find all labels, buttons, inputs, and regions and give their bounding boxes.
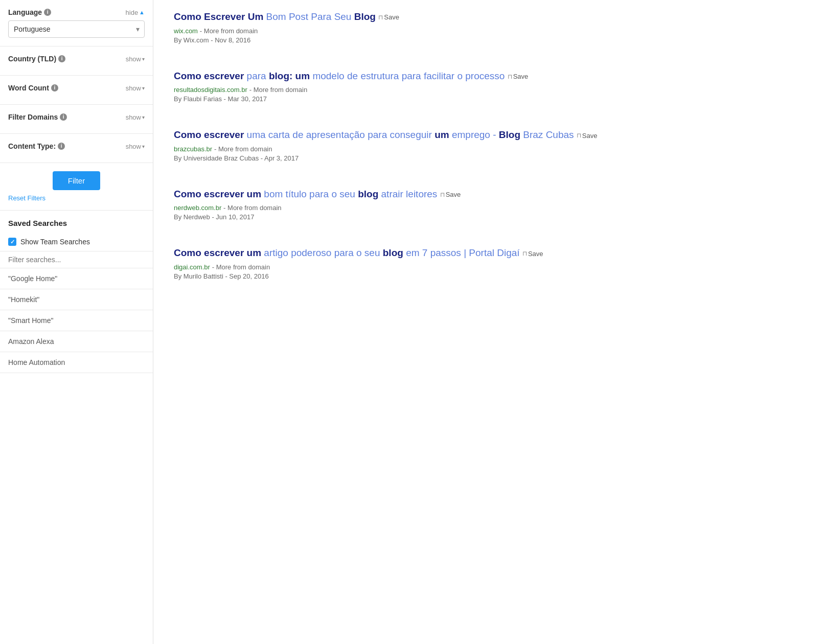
save-label: Save <box>582 132 598 140</box>
save-label: Save <box>528 250 543 258</box>
saved-searches-section: Saved Searches Show Team Searches "Googl… <box>0 211 153 373</box>
word-count-label: Word Count <box>8 84 49 92</box>
result-title: Como escrever para blog: um modelo de es… <box>174 70 803 83</box>
hide-arrow-icon: ▲ <box>139 9 145 15</box>
result-domain-link[interactable]: digai.com.br <box>174 263 210 271</box>
show-team-checkbox[interactable] <box>8 238 16 246</box>
saved-search-item[interactable]: "Homekit" <box>0 289 153 310</box>
result-domain-link[interactable]: resultadosdigitais.com.br <box>174 86 247 94</box>
saved-item-label: Amazon Alexa <box>8 337 54 346</box>
result-domain-link[interactable]: nerdweb.com.br <box>174 204 221 212</box>
word-count-show-label: show <box>126 84 141 92</box>
result-domain-row: nerdweb.com.br - More from domain <box>174 203 803 212</box>
result-title-normal: bom título para o seu <box>264 189 358 199</box>
result-separator: - <box>212 263 216 271</box>
country-info-icon[interactable]: i <box>58 55 65 62</box>
save-button[interactable]: ⊓ Save <box>577 132 598 140</box>
more-from-domain-link[interactable]: More from domain <box>227 204 281 212</box>
saved-search-item[interactable]: Amazon Alexa <box>0 331 153 352</box>
result-separator: - <box>200 27 204 35</box>
save-button[interactable]: ⊓ Save <box>378 13 399 21</box>
country-arrow-icon: ▾ <box>142 56 145 62</box>
result-title-bold: blog: um <box>269 71 310 81</box>
filter-domains-label: Filter Domains <box>8 113 58 121</box>
language-info-icon[interactable]: i <box>44 9 51 16</box>
result-title-bold: blog <box>358 189 378 199</box>
language-hide-btn[interactable]: hide ▲ <box>126 9 145 16</box>
language-select[interactable]: Portuguese English Spanish <box>8 20 145 38</box>
result-domain-row: digai.com.br - More from domain <box>174 263 803 271</box>
result-title-bold: Como escrever um <box>174 189 261 199</box>
save-button[interactable]: ⊓ Save <box>508 73 529 80</box>
content-type-show-label: show <box>126 143 141 150</box>
result-title: Como escrever um artigo poderoso para o … <box>174 246 803 260</box>
filter-domains-title: Filter Domains i <box>8 113 67 121</box>
saved-item-label: Home Automation <box>8 358 65 366</box>
more-from-domain-link[interactable]: More from domain <box>218 145 272 153</box>
saved-item-label: "Smart Home" <box>8 316 54 325</box>
save-label: Save <box>446 191 461 198</box>
result-title: Como escrever uma carta de apresentação … <box>174 128 803 142</box>
filter-domains-info-icon[interactable]: i <box>60 113 67 121</box>
result-title-normal: Bom Post Para Seu <box>266 11 354 22</box>
content-type-info-icon[interactable]: i <box>58 143 65 150</box>
reset-filters-button[interactable]: Reset Filters <box>8 194 45 202</box>
more-from-domain-link[interactable]: More from domain <box>216 263 270 271</box>
bookmark-icon: ⊓ <box>378 14 383 21</box>
result-domain-link[interactable]: wix.com <box>174 27 198 35</box>
save-button[interactable]: ⊓ Save <box>440 191 461 198</box>
country-label: Country (TLD) <box>8 55 56 63</box>
result-title-normal: artigo poderoso para o seu <box>264 247 382 258</box>
filter-domains-section: Filter Domains i show ▾ <box>0 105 153 134</box>
saved-search-item[interactable]: "Google Home" <box>0 268 153 289</box>
result-title: Como escrever um bom título para o seu b… <box>174 188 803 201</box>
save-label: Save <box>384 13 399 21</box>
result-item: Como escrever um artigo poderoso para o … <box>174 246 803 290</box>
result-domain-row: resultadosdigitais.com.br - More from do… <box>174 85 803 94</box>
result-title-bold: um <box>435 129 449 140</box>
result-item: Como escrever para blog: um modelo de es… <box>174 70 803 113</box>
more-from-domain-link[interactable]: More from domain <box>254 86 307 94</box>
result-title-normal: modelo de estrutura para facilitar o pro… <box>312 71 505 81</box>
show-team-label: Show Team Searches <box>20 238 90 246</box>
word-count-section: Word Count i show ▾ <box>0 76 153 105</box>
result-item: Como escrever um bom título para o seu b… <box>174 188 803 232</box>
result-domain-row: brazcubas.br - More from domain <box>174 145 803 153</box>
bookmark-icon: ⊓ <box>508 73 512 80</box>
filter-button[interactable]: Filter <box>53 171 100 190</box>
saved-search-item[interactable]: "Smart Home" <box>0 310 153 331</box>
result-title-bold: Blog <box>354 11 376 22</box>
result-domain-row: wix.com - More from domain <box>174 27 803 35</box>
country-show-btn[interactable]: show ▾ <box>126 55 145 63</box>
saved-searches-title: Saved Searches <box>0 211 153 233</box>
result-separator: - <box>249 86 254 94</box>
result-meta: By Murilo Battisti - Sep 20, 2016 <box>174 272 803 280</box>
content-type-title: Content Type: i <box>8 142 65 150</box>
saved-search-item[interactable]: Home Automation <box>0 352 153 373</box>
result-title-normal: Braz Cubas <box>523 129 574 140</box>
show-team-searches-row: Show Team Searches <box>0 233 153 251</box>
filter-domains-show-btn[interactable]: show ▾ <box>126 113 145 121</box>
country-show-label: show <box>126 55 141 63</box>
result-title-normal: emprego - <box>452 129 499 140</box>
language-section: Language i hide ▲ Portuguese English Spa… <box>0 0 153 47</box>
filter-searches-input[interactable] <box>0 251 153 268</box>
result-title-bold: Blog <box>499 129 520 140</box>
result-title-bold: Como Escrever Um <box>174 11 263 22</box>
result-title: Como Escrever Um Bom Post Para Seu Blog … <box>174 10 803 24</box>
save-label: Save <box>513 73 529 80</box>
more-from-domain-link[interactable]: More from domain <box>204 27 258 35</box>
word-count-info-icon[interactable]: i <box>51 84 58 91</box>
language-label: Language <box>8 8 42 16</box>
sidebar: Language i hide ▲ Portuguese English Spa… <box>0 0 153 644</box>
content-type-section: Content Type: i show ▾ <box>0 134 153 163</box>
language-title: Language i <box>8 8 51 16</box>
result-domain-link[interactable]: brazcubas.br <box>174 145 212 153</box>
content-type-show-btn[interactable]: show ▾ <box>126 143 145 150</box>
language-wrapper: Portuguese English Spanish <box>8 20 145 38</box>
filter-domains-arrow-icon: ▾ <box>142 114 145 120</box>
save-button[interactable]: ⊓ Save <box>522 250 543 258</box>
word-count-show-btn[interactable]: show ▾ <box>126 84 145 92</box>
result-separator: - <box>223 204 227 212</box>
result-title-bold: blog <box>383 247 403 258</box>
